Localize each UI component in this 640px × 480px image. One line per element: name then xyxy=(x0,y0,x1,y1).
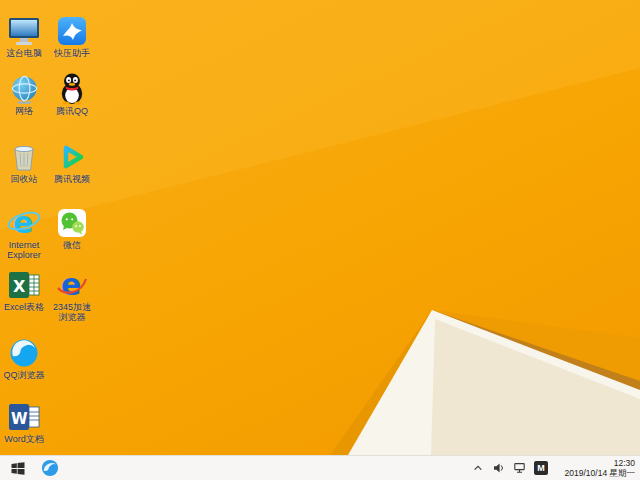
kuaiya-bird-icon xyxy=(53,10,91,47)
desktop-icon-label: 回收站 xyxy=(11,174,38,184)
desktop-icon-label: 2345加速浏览器 xyxy=(49,302,95,322)
network-button[interactable] xyxy=(513,460,527,476)
desktop-icon-kuaiya[interactable]: 快压助手 xyxy=(49,10,95,58)
windows-logo-icon xyxy=(11,462,25,475)
desktop-icon-label: 这台电脑 xyxy=(6,48,42,58)
qq-browser-icon xyxy=(5,332,43,369)
word-icon: W xyxy=(5,396,43,433)
svg-text:e: e xyxy=(13,205,33,239)
clock-date: 2019/10/14 星期一 xyxy=(555,468,635,478)
taskbar: M 12:30 2019/10/14 星期一 xyxy=(0,455,640,480)
desktop-icon-recycle-bin[interactable]: 回收站 xyxy=(1,136,47,184)
desktop: 这台电脑 网络 回收站 e xyxy=(0,0,640,455)
internet-explorer-icon: e xyxy=(5,202,43,239)
desktop-icon-label: Excel表格 xyxy=(4,302,44,312)
recycle-bin-icon xyxy=(5,136,43,173)
excel-icon: X xyxy=(5,264,43,301)
chevron-up-icon xyxy=(473,463,483,473)
desktop-icon-label: Internet Explorer xyxy=(1,240,47,260)
start-button[interactable] xyxy=(0,456,36,480)
desktop-icon-2345-browser[interactable]: e 2345加速浏览器 xyxy=(49,264,95,322)
desktop-icon-label: 快压助手 xyxy=(54,48,90,58)
desktop-icon-label: 微信 xyxy=(63,240,81,250)
desktop-icon-network[interactable]: 网络 xyxy=(1,68,47,116)
hidden-icons-button[interactable] xyxy=(471,460,485,476)
input-method-letter: M xyxy=(537,463,545,473)
network-globe-icon xyxy=(5,68,43,105)
system-tray: M 12:30 2019/10/14 星期一 xyxy=(471,458,640,478)
tencent-video-play-icon xyxy=(53,136,91,173)
clock-time: 12:30 xyxy=(555,458,635,468)
taskbar-pinned-browser-icon[interactable] xyxy=(36,456,64,480)
network-icon xyxy=(514,462,526,474)
svg-text:W: W xyxy=(11,410,28,428)
volume-button[interactable] xyxy=(492,460,506,476)
speaker-icon xyxy=(493,462,505,474)
this-pc-icon xyxy=(5,10,43,47)
desktop-icon-internet-explorer[interactable]: e Internet Explorer xyxy=(1,202,47,260)
desktop-icon-word[interactable]: W Word文档 xyxy=(1,396,47,444)
desktop-icon-label: 腾讯QQ xyxy=(56,106,88,116)
2345-browser-icon: e xyxy=(53,264,91,301)
desktop-icon-excel[interactable]: X Excel表格 xyxy=(1,264,47,312)
svg-text:e: e xyxy=(61,267,81,301)
desktop-icon-tencent-video[interactable]: 腾讯视频 xyxy=(49,136,95,184)
wechat-icon xyxy=(53,202,91,239)
desktop-icon-this-pc[interactable]: 这台电脑 xyxy=(1,10,47,58)
desktop-icon-label: 腾讯视频 xyxy=(54,174,90,184)
input-method-indicator[interactable]: M xyxy=(534,461,548,475)
qq-penguin-icon xyxy=(53,68,91,105)
desktop-icon-tencent-qq[interactable]: 腾讯QQ xyxy=(49,68,95,116)
desktop-icon-qq-browser[interactable]: QQ浏览器 xyxy=(1,332,47,380)
desktop-icon-label: Word文档 xyxy=(4,434,43,444)
desktop-icon-label: 网络 xyxy=(15,106,33,116)
desktop-icon-label: QQ浏览器 xyxy=(3,370,44,380)
taskbar-clock[interactable]: 12:30 2019/10/14 星期一 xyxy=(555,458,635,478)
svg-text:X: X xyxy=(13,277,26,296)
desktop-icon-wechat[interactable]: 微信 xyxy=(49,202,95,250)
